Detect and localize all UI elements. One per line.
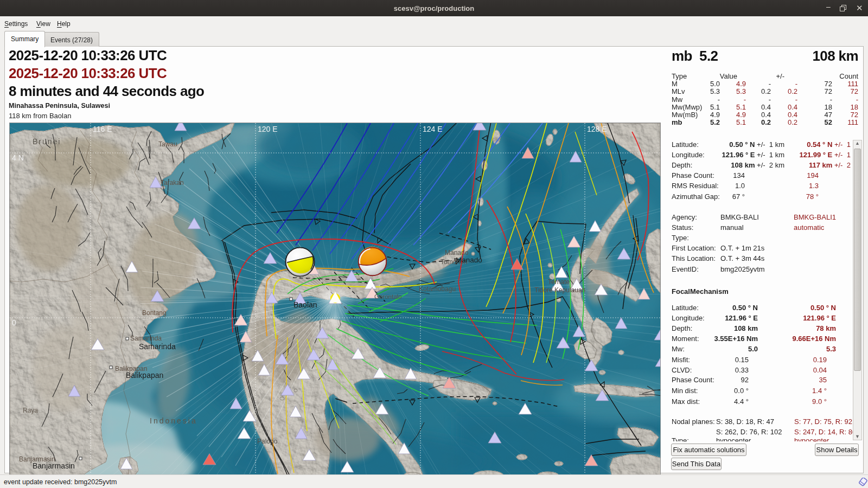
svg-text:Tawau: Tawau <box>158 140 177 148</box>
svg-text:Kotamobagu: Kotamobagu <box>419 285 456 293</box>
svg-text:Manado: Manado <box>456 256 482 264</box>
svg-text:Banjarmasin: Banjarmasin <box>33 461 75 470</box>
svg-text:Raya: Raya <box>23 407 38 414</box>
svg-text:Samarinda: Samarinda <box>139 342 176 351</box>
svg-text:120 E: 120 E <box>258 125 278 133</box>
svg-text:128 E: 128 E <box>587 125 607 133</box>
svg-text:Balikpapan: Balikpapan <box>126 371 163 380</box>
svg-text:Brunei: Brunei <box>33 137 61 146</box>
svg-text:Ternate: Ternate <box>548 278 570 286</box>
svg-text:Manado: Manado <box>445 249 469 256</box>
svg-text:116 E: 116 E <box>93 125 112 133</box>
svg-text:Tidore Kepulauan: Tidore Kepulauan <box>534 286 585 294</box>
svg-text:4 N: 4 N <box>12 153 24 162</box>
svg-text:0: 0 <box>12 318 16 327</box>
svg-text:Tarakan: Tarakan <box>161 179 184 187</box>
svg-text:Bontang: Bontang <box>142 309 167 317</box>
svg-text:Gorontalo: Gorontalo <box>374 293 402 300</box>
svg-text:Samarinda: Samarinda <box>130 335 162 342</box>
svg-text:Palopo: Palopo <box>257 438 278 445</box>
svg-text:Baolan: Baolan <box>293 300 317 309</box>
svg-text:Indonesia: Indonesia <box>150 416 197 425</box>
svg-text:124 E: 124 E <box>423 125 443 133</box>
